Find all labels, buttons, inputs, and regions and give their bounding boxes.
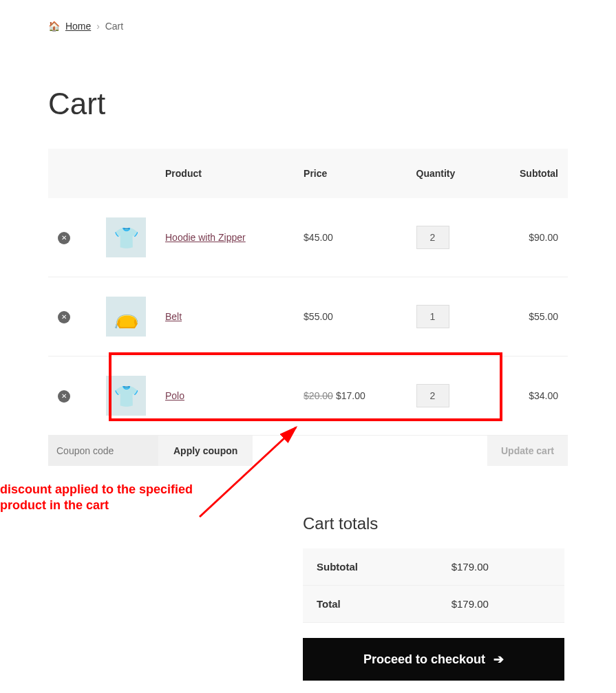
coupon-row: Apply coupon Update cart [48, 436, 568, 466]
price-cell: $45.00 [294, 198, 406, 277]
col-header-product: Product [156, 149, 294, 198]
remove-button[interactable]: ✕ [58, 232, 70, 244]
totals-total-value: $179.00 [438, 586, 564, 623]
breadcrumb: 🏠 Home › Cart [48, 21, 568, 32]
original-price: $20.00 [304, 390, 333, 401]
sale-price: $17.00 [336, 390, 365, 401]
belt-icon: 👝 [114, 305, 139, 329]
polo-icon: 👕 [114, 384, 139, 408]
hoodie-icon: 👕 [114, 226, 139, 250]
col-header-quantity: Quantity [407, 149, 488, 198]
product-thumbnail[interactable]: 👝 [106, 297, 146, 337]
subtotal-cell: $34.00 [487, 356, 568, 436]
breadcrumb-home-link[interactable]: Home [65, 21, 91, 32]
arrow-right-icon: ➔ [493, 652, 504, 667]
product-thumbnail[interactable]: 👕 [106, 376, 146, 416]
table-row: ✕ 👝 Belt $55.00 $55.00 [48, 277, 568, 356]
quantity-input[interactable] [416, 305, 449, 328]
subtotal-cell: $55.00 [487, 277, 568, 356]
totals-subtotal-value: $179.00 [438, 548, 564, 586]
product-thumbnail[interactable]: 👕 [106, 217, 146, 257]
totals-total-label: Total [303, 586, 438, 623]
table-row: ✕ 👕 Polo $20.00$17.00 $34.00 [48, 356, 568, 436]
remove-button[interactable]: ✕ [58, 390, 70, 403]
col-header-price: Price [294, 149, 406, 198]
price-cell: $55.00 [294, 277, 406, 356]
home-icon: 🏠 [48, 21, 60, 32]
apply-coupon-button[interactable]: Apply coupon [158, 436, 253, 466]
price-cell: $20.00$17.00 [294, 356, 406, 436]
proceed-to-checkout-button[interactable]: Proceed to checkout ➔ [303, 638, 564, 681]
quantity-input[interactable] [416, 384, 449, 407]
update-cart-button[interactable]: Update cart [487, 436, 568, 466]
cart-table: Product Price Quantity Subtotal ✕ 👕 Hood… [48, 149, 568, 436]
coupon-code-input[interactable] [48, 436, 158, 466]
annotation-text: discount applied to the specified produc… [0, 482, 206, 513]
checkout-label: Proceed to checkout [363, 652, 485, 667]
product-link[interactable]: Belt [165, 311, 182, 322]
quantity-input[interactable] [416, 226, 449, 249]
cart-totals-heading: Cart totals [303, 514, 564, 533]
product-link[interactable]: Hoodie with Zipper [165, 232, 246, 243]
table-row: ✕ 👕 Hoodie with Zipper $45.00 $90.00 [48, 198, 568, 277]
breadcrumb-current: Cart [105, 21, 123, 32]
remove-button[interactable]: ✕ [58, 311, 70, 323]
cart-totals: Cart totals Subtotal $179.00 Total $179.… [303, 514, 564, 681]
subtotal-cell: $90.00 [487, 198, 568, 277]
totals-subtotal-label: Subtotal [303, 548, 438, 586]
page-title: Cart [48, 87, 568, 121]
breadcrumb-separator: › [96, 21, 100, 32]
col-header-subtotal: Subtotal [487, 149, 568, 198]
product-link[interactable]: Polo [165, 390, 184, 401]
